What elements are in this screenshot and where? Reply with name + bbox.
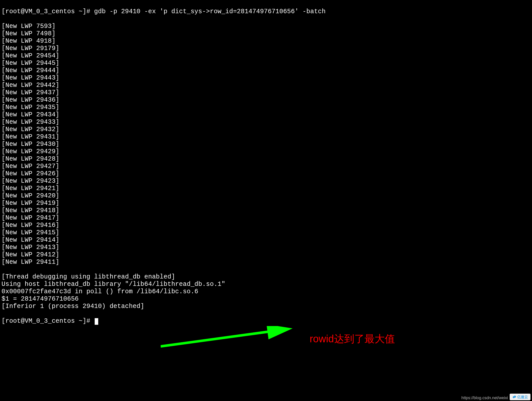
- lwp-line: [New LWP 7498]: [2, 30, 530, 37]
- lwp-line: [New LWP 29428]: [2, 155, 530, 163]
- lwp-line: [New LWP 29443]: [2, 74, 530, 82]
- shell-prompt: [root@VM_0_3_centos ~]#: [2, 8, 94, 15]
- lwp-line: [New LWP 29418]: [2, 207, 530, 214]
- lwp-line: [New LWP 29417]: [2, 214, 530, 222]
- lwp-line: [New LWP 29437]: [2, 89, 530, 96]
- output-line: $1 = 281474976710656: [2, 295, 530, 303]
- lwp-line: [New LWP 29421]: [2, 185, 530, 192]
- terminal-output[interactable]: [root@VM_0_3_centos ~]# gdb -p 29410 -ex…: [0, 0, 532, 333]
- output-line: [Inferior 1 (process 29410) detached]: [2, 303, 530, 310]
- lwp-line: [New LWP 29415]: [2, 229, 530, 236]
- lwp-line: [New LWP 29416]: [2, 222, 530, 229]
- gdb-command: gdb -p 29410 -ex 'p dict_sys->row_id=281…: [94, 8, 326, 15]
- shell-prompt: [root@VM_0_3_centos ~]#: [2, 317, 94, 325]
- lwp-line: [New LWP 29412]: [2, 251, 530, 258]
- lwp-line: [New LWP 29419]: [2, 199, 530, 207]
- output-line: Using host libthread_db library "/lib64/…: [2, 281, 530, 288]
- command-line: [root@VM_0_3_centos ~]# gdb -p 29410 -ex…: [2, 8, 530, 15]
- watermark-logo: 亿速云: [510, 394, 530, 400]
- lwp-line: [New LWP 29434]: [2, 111, 530, 118]
- lwp-line: [New LWP 29436]: [2, 96, 530, 104]
- lwp-line: [New LWP 29432]: [2, 126, 530, 133]
- lwp-line: [New LWP 29423]: [2, 177, 530, 185]
- annotation-text: rowid达到了最大值: [310, 334, 395, 344]
- prompt-line[interactable]: [root@VM_0_3_centos ~]#: [2, 317, 530, 325]
- lwp-line: [New LWP 29411]: [2, 258, 530, 266]
- lwp-line: [New LWP 29179]: [2, 45, 530, 52]
- output-line: [Thread debugging using libthread_db ena…: [2, 273, 530, 281]
- lwp-line: [New LWP 7593]: [2, 23, 530, 30]
- lwp-line: [New LWP 29445]: [2, 59, 530, 67]
- lwp-line: [New LWP 29444]: [2, 67, 530, 74]
- cursor-icon: [95, 318, 98, 325]
- lwp-line: [New LWP 29429]: [2, 148, 530, 155]
- lwp-line: [New LWP 29430]: [2, 141, 530, 148]
- lwp-line: [New LWP 29413]: [2, 244, 530, 251]
- lwp-line: [New LWP 29414]: [2, 236, 530, 244]
- output-line: 0x00007fc2fae47c3d in poll () from /lib6…: [2, 288, 530, 295]
- lwp-line: [New LWP 29420]: [2, 192, 530, 199]
- watermark-url: https://blog.csdn.net/weixi: [461, 396, 508, 400]
- lwp-line: [New LWP 29454]: [2, 52, 530, 59]
- lwp-line: [New LWP 29427]: [2, 163, 530, 170]
- lwp-line: [New LWP 29435]: [2, 104, 530, 111]
- lwp-line: [New LWP 29431]: [2, 133, 530, 141]
- lwp-line: [New LWP 29433]: [2, 118, 530, 126]
- lwp-line: [New LWP 4918]: [2, 37, 530, 45]
- lwp-line: [New LWP 29442]: [2, 82, 530, 89]
- lwp-line: [New LWP 29426]: [2, 170, 530, 177]
